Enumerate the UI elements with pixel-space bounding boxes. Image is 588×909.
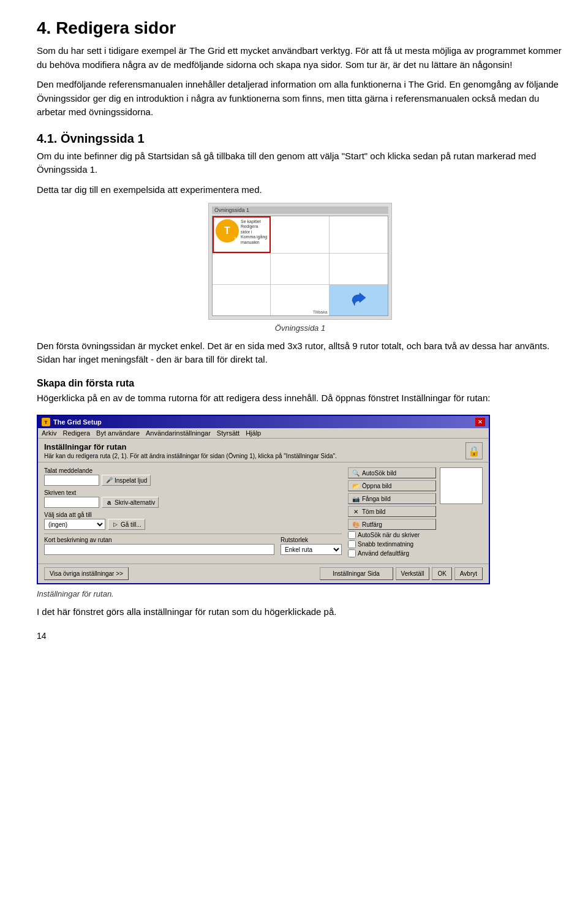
kort-input[interactable] — [44, 544, 274, 555]
autosok-checkbox-label[interactable]: AutoSök när du skriver — [348, 531, 483, 539]
valj-label: Välj sida att gå till — [44, 511, 342, 518]
anvand-checkbox[interactable] — [348, 549, 356, 557]
inspelat-label: Inspelat ljud — [115, 477, 147, 484]
image-preview — [440, 467, 483, 504]
menu-hjalp[interactable]: Hjälp — [246, 429, 261, 437]
skriv-alternativ-button[interactable]: a Skriv-alternativ — [102, 497, 159, 508]
grid-cell-mid-1 — [213, 254, 271, 284]
grid-cell-arrow — [330, 285, 388, 315]
dialog-footer: Visa övriga inställningar >> Inställning… — [38, 564, 489, 583]
dialog-header-title: Inställningar för rutan — [44, 442, 337, 451]
dialog-window: T The Grid Setup ✕ Arkiv Redigera Byt an… — [37, 415, 490, 584]
anvand-cb-label: Använd defaultfärg — [358, 550, 409, 557]
visa-ovriga-button[interactable]: Visa övriga inställningar >> — [44, 567, 129, 580]
kort-label: Kort beskrivning av rutan — [44, 537, 274, 543]
grid-cell-empty-1 — [271, 216, 329, 253]
dialog-caption: Inställningar för rutan. — [37, 588, 564, 600]
installningar-sida-button[interactable]: Inställningar Sida — [320, 567, 393, 580]
menu-redigera[interactable]: Redigera — [62, 429, 90, 437]
valj-sida-group: Välj sida att gå till (ingen) ▷ Gå till.… — [44, 511, 342, 530]
snabb-checkbox-label[interactable]: Snabb textinmatning — [348, 540, 483, 548]
fanga-label: Fånga bild — [362, 496, 391, 502]
grid-cell-mid-2 — [271, 254, 329, 284]
grid-cell-bot-1 — [213, 285, 271, 315]
inspelat-ljud-button[interactable]: 🎤 Inspelat ljud — [102, 475, 151, 486]
dialog-left-column: Talat meddelande 🎤 Inspelat ljud Skriven… — [44, 467, 342, 559]
avbryt-label: Avbryt — [460, 570, 477, 577]
kort-group: Kort beskrivning av rutan — [44, 537, 274, 555]
dialog-header: Inställningar för rutan Här kan du redig… — [38, 439, 489, 462]
anvand-checkbox-label[interactable]: Använd defaultfärg — [348, 549, 483, 557]
rutstorlek-group: Rutstorlek Enkel ruta — [281, 537, 342, 555]
menu-anvandinstallningar[interactable]: Användarinställningar — [146, 429, 211, 437]
exercise-paragraph: Den första övningssidan är mycket enkel.… — [37, 339, 564, 367]
rutstorlek-label: Rutstorlek — [281, 537, 342, 543]
arrow-icon — [350, 292, 367, 308]
intro-paragraph-2: Den medföljande referensmanualen innehål… — [37, 78, 564, 119]
sida-select[interactable]: (ingen) — [44, 519, 105, 530]
autosok-label: AutoSök bild — [362, 470, 396, 477]
skriven-input[interactable] — [44, 497, 99, 508]
ga-till-label: Gå till... — [121, 521, 141, 528]
arrow-right-icon: ▷ — [111, 521, 119, 528]
oppna-label: Öppna bild — [362, 483, 391, 489]
avbryt-button[interactable]: Avbryt — [454, 567, 483, 580]
rutfarg-label: Rutfärg — [362, 521, 382, 528]
rutstorlek-select[interactable]: Enkel ruta — [281, 544, 342, 555]
capture-icon: 📷 — [352, 494, 360, 503]
installningar-label: Inställningar Sida — [333, 570, 380, 577]
grid-cell-tillbaka: Tillbaka — [271, 285, 329, 315]
tom-bild-button[interactable]: ✕ Töm bild — [348, 506, 436, 517]
intro-paragraph-1: Som du har sett i tidigare exempel är Th… — [37, 44, 564, 72]
dialog-right-column: 🔍 AutoSök bild 📂 Öppna bild 📷 Fånga bild… — [348, 467, 483, 559]
ok-button[interactable]: OK — [432, 567, 451, 580]
open-image-icon: 📂 — [352, 481, 360, 490]
menu-styrsatt[interactable]: Styrsätt — [217, 429, 239, 437]
skriven-group: Skriven text a Skriv-alternativ — [44, 489, 342, 508]
ok-label: OK — [437, 570, 446, 577]
subsection-title: Skapa din första ruta — [37, 378, 564, 389]
chapter-title: 4. Redigera sidor — [37, 18, 564, 38]
autosok-checkbox[interactable] — [348, 531, 356, 539]
checkbox-group: AutoSök när du skriver Snabb textinmatni… — [348, 531, 483, 557]
section-paragraph-1: Om du inte befinner dig på Startsidan så… — [37, 149, 564, 177]
dialog-paragraph: I det här fönstret görs alla inställning… — [37, 605, 564, 619]
dialog-menubar: Arkiv Redigera Byt användare Användarins… — [38, 428, 489, 439]
snabb-cb-label: Snabb textinmatning — [358, 541, 413, 548]
autosok-cb-label: AutoSök när du skriver — [358, 532, 420, 538]
exercise-caption: Övningssida 1 — [37, 322, 564, 334]
menu-arkiv[interactable]: Arkiv — [42, 429, 56, 437]
skriv-label: Skriv-alternativ — [115, 499, 155, 506]
talat-group: Talat meddelande 🎤 Inspelat ljud — [44, 467, 342, 486]
autosok-bild-button[interactable]: 🔍 AutoSök bild — [348, 467, 436, 478]
verkstall-button[interactable]: Verkställ — [396, 567, 430, 580]
ga-till-button[interactable]: ▷ Gå till... — [108, 519, 145, 530]
page-number: 14 — [37, 631, 564, 641]
exercise-window-label: Övningssida 1 — [214, 207, 249, 213]
tom-label: Töm bild — [362, 508, 385, 515]
dialog-app-icon: T — [42, 418, 50, 426]
microphone-icon: 🎤 — [105, 477, 113, 484]
clear-icon: ✕ — [352, 507, 360, 516]
fanga-bild-button[interactable]: 📷 Fånga bild — [348, 493, 436, 504]
rutfarg-button[interactable]: 🎨 Rutfärg — [348, 519, 436, 530]
search-image-icon: 🔍 — [352, 469, 360, 477]
section-title: 4.1. Övningssida 1 — [37, 132, 564, 146]
dialog-close-button[interactable]: ✕ — [475, 418, 485, 426]
right-buttons: 🔍 AutoSök bild 📂 Öppna bild 📷 Fånga bild… — [348, 467, 436, 530]
grid-cell-empty-2 — [330, 216, 388, 253]
snabb-checkbox[interactable] — [348, 540, 356, 548]
menu-byt-anvandare[interactable]: Byt användare — [96, 429, 140, 437]
right-top: 🔍 AutoSök bild 📂 Öppna bild 📷 Fånga bild… — [348, 467, 483, 530]
titlebar-left: T The Grid Setup — [42, 418, 102, 426]
dialog-titlebar: T The Grid Setup ✕ — [38, 416, 489, 428]
bottom-form-row: Kort beskrivning av rutan Rutstorlek Enk… — [44, 537, 342, 559]
lock-icon: 🔒 — [466, 442, 483, 459]
section-paragraph-2: Detta tar dig till en exempelsida att ex… — [37, 183, 564, 197]
oppna-bild-button[interactable]: 📂 Öppna bild — [348, 480, 436, 491]
dialog-header-subtitle: Här kan du redigera ruta (2, 1). För att… — [44, 453, 337, 459]
dialog-title: The Grid Setup — [53, 418, 102, 426]
dialog-content: Talat meddelande 🎤 Inspelat ljud Skriven… — [38, 462, 489, 564]
talat-input[interactable] — [44, 475, 99, 486]
text-icon: a — [105, 499, 113, 506]
